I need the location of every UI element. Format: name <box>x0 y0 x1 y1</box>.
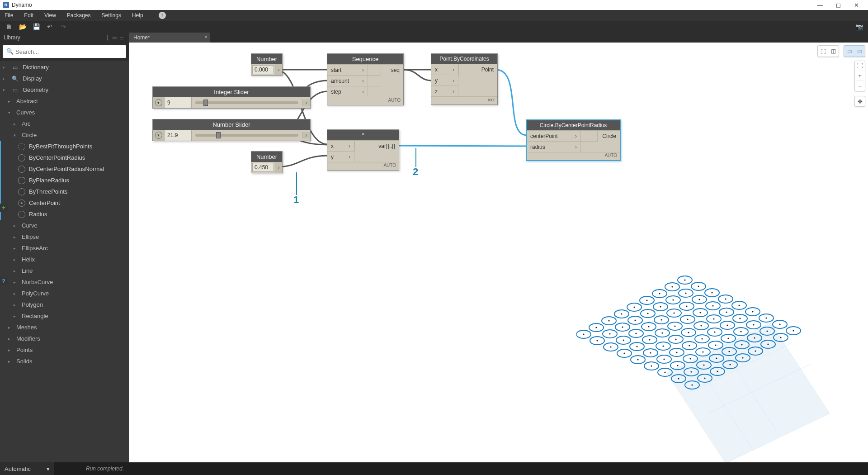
output-port[interactable]: › <box>302 132 310 138</box>
node-integer-slider[interactable]: Integer Slider ▾ 9 › <box>152 86 311 109</box>
lib-meshes[interactable]: Meshes <box>16 324 37 331</box>
output-port[interactable]: Circle <box>602 133 616 139</box>
help-icon[interactable]: ? <box>0 277 8 285</box>
slider-value[interactable]: 9 <box>165 97 192 108</box>
zoom-in-icon[interactable]: + <box>855 71 865 81</box>
input-port[interactable]: step <box>331 89 341 95</box>
input-port[interactable]: x <box>331 143 334 149</box>
redo-icon[interactable]: ↷ <box>59 22 68 31</box>
input-port[interactable]: y <box>331 154 334 160</box>
input-port[interactable]: z <box>435 88 438 95</box>
graph-canvas[interactable]: ⬚ ◫ ▭ ▭ ⛶ + − ✥ <box>129 43 868 462</box>
maximize-button[interactable]: ◻ <box>829 2 847 9</box>
lib-curve[interactable]: Curve <box>22 222 38 229</box>
search-input[interactable] <box>3 45 126 58</box>
input-port[interactable]: amount <box>331 78 349 84</box>
slider-track[interactable] <box>192 97 302 108</box>
lib-nurbscurve[interactable]: NurbsCurve <box>22 279 53 285</box>
lib-abstract[interactable]: Abstract <box>16 98 38 104</box>
lib-leaf[interactable]: Radius <box>29 211 47 218</box>
lib-leaf[interactable]: ByBestFitThroughPoints <box>29 143 92 150</box>
menu-view[interactable]: View <box>44 12 56 19</box>
lib-polycurve[interactable]: PolyCurve <box>22 290 49 297</box>
slider-track[interactable] <box>192 130 302 141</box>
lib-curves[interactable]: Curves <box>16 109 35 116</box>
input-port[interactable]: y <box>435 77 438 84</box>
view-geo-icon[interactable]: ◫ <box>829 47 837 55</box>
output-port[interactable]: Point <box>481 66 494 73</box>
lib-helix[interactable]: Helix <box>22 256 35 263</box>
lib-display[interactable]: Display <box>23 75 42 82</box>
node-number[interactable]: Number 0.450 › <box>251 151 283 173</box>
run-mode-dropdown[interactable]: Automatic ▾ <box>0 462 54 475</box>
node-number[interactable]: Number 0.000 › <box>251 53 283 76</box>
lib-leaf[interactable]: ByThreePoints <box>29 188 67 195</box>
lib-modifiers[interactable]: Modifiers <box>16 335 40 342</box>
slider-value[interactable]: 21.9 <box>165 130 192 141</box>
open-file-icon[interactable]: 📂 <box>18 22 27 31</box>
lib-leaf[interactable]: ByCenterPointRadiusNormal <box>29 166 104 172</box>
lib-ellipsearc[interactable]: EllipseArc <box>22 245 48 252</box>
output-port[interactable]: seq <box>391 67 400 73</box>
input-port[interactable]: x <box>435 66 438 73</box>
tab-close-icon[interactable]: × <box>204 34 208 40</box>
svg-point-26 <box>583 333 584 335</box>
node-sequence[interactable]: Sequence start› amount› step› seq AUTO <box>327 53 404 105</box>
lib-arc[interactable]: Arc <box>22 120 31 127</box>
lib-solids[interactable]: Solids <box>16 358 32 365</box>
expand-button[interactable]: ▾ <box>153 130 165 141</box>
svg-point-144 <box>728 351 730 352</box>
lib-view-icon[interactable]: ┇ <box>104 35 111 41</box>
lib-ellipse[interactable]: Ellipse <box>22 233 39 240</box>
lib-rectangle[interactable]: Rectangle <box>22 313 48 319</box>
zoom-fit-icon[interactable]: ⛶ <box>855 61 865 71</box>
menu-edit[interactable]: Edit <box>24 12 33 19</box>
expand-button[interactable]: ▾ <box>153 97 165 108</box>
output-port[interactable]: › <box>275 64 282 75</box>
number-value[interactable]: 0.000 <box>252 65 274 74</box>
library-tree[interactable]: ▸▭Dictionary ▸🔍Display ▾▭Geometry ▸Abstr… <box>0 61 129 462</box>
lib-dictionary[interactable]: Dictionary <box>23 64 49 71</box>
lib-circle[interactable]: Circle <box>22 132 37 138</box>
menu-file[interactable]: File <box>5 12 13 19</box>
lib-view-icon3[interactable]: ☰ <box>118 35 125 41</box>
graph-view-icon[interactable]: ▭ <box>845 47 854 55</box>
output-port[interactable]: var[]..[] <box>378 143 395 149</box>
warning-icon[interactable]: ! <box>159 12 166 19</box>
graph-view-icon2[interactable]: ▭ <box>855 47 863 55</box>
node-number-slider[interactable]: Number Slider ▾ 21.9 › <box>152 119 311 141</box>
menu-help[interactable]: Help <box>132 12 143 19</box>
lib-leaf[interactable]: CenterPoint <box>29 200 60 206</box>
svg-point-24 <box>595 327 597 328</box>
lib-leaf[interactable]: ByCenterPointRadius <box>29 154 85 161</box>
menu-packages[interactable]: Packages <box>67 12 91 19</box>
node-point[interactable]: Point.ByCoordinates x› y› z› Point xxx <box>431 53 498 105</box>
pan-icon[interactable]: ✥ <box>854 96 865 107</box>
close-button[interactable]: ✕ <box>847 2 865 9</box>
tab-home[interactable]: Home* × <box>129 33 210 43</box>
add-icon[interactable]: + <box>0 204 8 212</box>
zoom-out-icon[interactable]: − <box>855 81 865 91</box>
lib-points[interactable]: Points <box>16 347 33 353</box>
number-value[interactable]: 0.450 <box>252 163 274 172</box>
input-port[interactable]: centerPoint <box>530 133 558 139</box>
svg-point-138 <box>766 330 768 332</box>
minimize-button[interactable]: — <box>811 2 829 9</box>
new-file-icon[interactable]: 🗎 <box>5 22 14 31</box>
menu-settings[interactable]: Settings <box>102 12 121 19</box>
node-circle[interactable]: Circle.ByCenterPointRadius centerPoint› … <box>526 119 621 161</box>
save-file-icon[interactable]: 💾 <box>32 22 41 31</box>
output-port[interactable]: › <box>275 162 282 173</box>
lib-line[interactable]: Line <box>22 267 33 274</box>
screenshot-icon[interactable]: 📷 <box>854 22 863 31</box>
lib-geometry[interactable]: Geometry <box>23 86 48 93</box>
input-port[interactable]: radius <box>530 144 545 150</box>
lib-polygon[interactable]: Polygon <box>22 301 43 308</box>
input-port[interactable]: start <box>331 67 341 73</box>
lib-leaf[interactable]: ByPlaneRadius <box>29 177 69 184</box>
undo-icon[interactable]: ↶ <box>45 22 54 31</box>
view3d-icon[interactable]: ⬚ <box>819 47 827 55</box>
output-port[interactable]: › <box>302 100 310 106</box>
lib-view-icon2[interactable]: ▭ <box>111 35 118 41</box>
node-multiply[interactable]: * x› y› var[]..[] AUTO <box>327 129 399 171</box>
